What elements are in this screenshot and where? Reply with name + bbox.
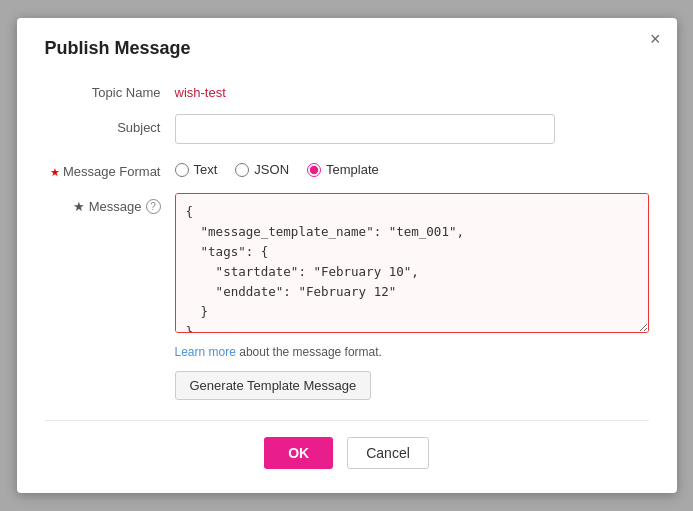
subject-row: Subject — [45, 114, 649, 144]
message-format-label: Message Format — [45, 158, 175, 179]
topic-name-label: Topic Name — [45, 79, 175, 100]
message-row: ★ Message ? { "message_template_name": "… — [45, 193, 649, 337]
subject-input[interactable] — [175, 114, 555, 144]
radio-text[interactable]: Text — [175, 162, 218, 177]
divider — [45, 420, 649, 421]
topic-name-value: wish-test — [175, 79, 226, 100]
help-icon[interactable]: ? — [146, 199, 161, 214]
message-label-area: ★ Message ? — [45, 193, 175, 214]
radio-json-input[interactable] — [235, 163, 249, 177]
message-format-row: Message Format Text JSON Template — [45, 158, 649, 179]
message-textarea[interactable]: { "message_template_name": "tem_001", "t… — [175, 193, 649, 333]
learn-more-suffix: about the message format. — [236, 345, 382, 359]
topic-name-row: Topic Name wish-test — [45, 79, 649, 100]
radio-template-input[interactable] — [307, 163, 321, 177]
publish-message-modal: × Publish Message Topic Name wish-test S… — [17, 18, 677, 493]
radio-template[interactable]: Template — [307, 162, 379, 177]
cancel-button[interactable]: Cancel — [347, 437, 429, 469]
message-label: ★ Message — [73, 199, 141, 214]
radio-text-input[interactable] — [175, 163, 189, 177]
modal-overlay: × Publish Message Topic Name wish-test S… — [0, 0, 693, 511]
radio-template-label: Template — [326, 162, 379, 177]
radio-group: Text JSON Template — [175, 158, 379, 177]
radio-text-label: Text — [194, 162, 218, 177]
ok-button[interactable]: OK — [264, 437, 333, 469]
generate-btn-row: Generate Template Message — [175, 371, 649, 400]
radio-json[interactable]: JSON — [235, 162, 289, 177]
learn-more-row: Learn more about the message format. — [175, 345, 649, 359]
radio-json-label: JSON — [254, 162, 289, 177]
learn-more-link[interactable]: Learn more — [175, 345, 236, 359]
close-button[interactable]: × — [650, 30, 661, 48]
footer-buttons: OK Cancel — [45, 437, 649, 469]
modal-title: Publish Message — [45, 38, 649, 59]
generate-template-button[interactable]: Generate Template Message — [175, 371, 372, 400]
subject-label: Subject — [45, 114, 175, 135]
message-content-area: { "message_template_name": "tem_001", "t… — [175, 193, 649, 337]
